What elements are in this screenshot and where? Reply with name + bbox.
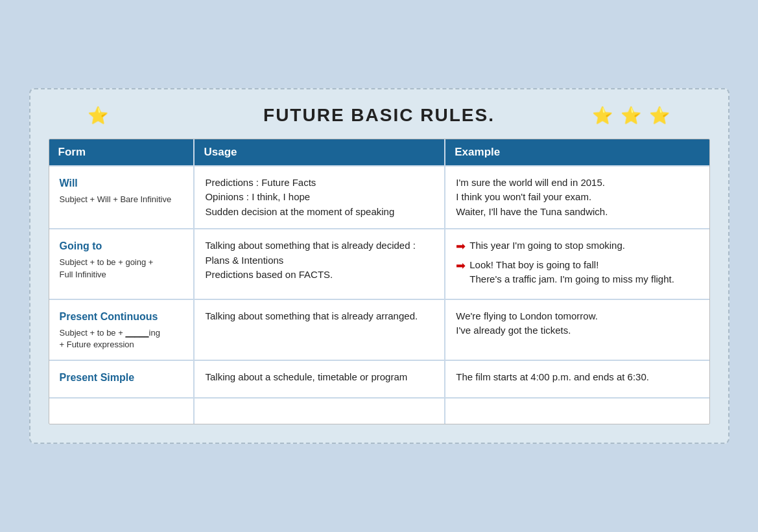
col-usage-header: Usage	[194, 139, 445, 166]
usage-cell-will: Predictions : Future FactsOpinions : I t…	[194, 166, 445, 229]
table-wrapper: Form Usage Example Will Subject + Will +…	[49, 139, 710, 424]
empty-cell-1	[49, 398, 195, 424]
bullet-arrow-icon-1: ➡	[456, 238, 466, 255]
usage-text-going-to: Talking about something that is already …	[205, 240, 415, 280]
title-row: ⭐ FUTURE BASIC RULES. ⭐ ⭐ ⭐	[49, 105, 710, 126]
form-cell-going-to: Going to Subject + to be + going +Full I…	[49, 229, 195, 299]
example-cell-will: I'm sure the world will end in 2015.I th…	[445, 166, 709, 229]
rules-table: Form Usage Example Will Subject + Will +…	[49, 139, 709, 424]
form-title-going-to: Going to	[60, 238, 184, 254]
stars-right: ⭐ ⭐ ⭐	[592, 105, 671, 126]
example-cell-present-simple: The film starts at 4:00 p.m. and ends at…	[445, 360, 709, 398]
star-right-2: ⭐	[621, 106, 643, 125]
form-title-present-continuous: Present Continuous	[60, 309, 184, 325]
form-title-present-simple: Present Simple	[60, 370, 184, 386]
table-header-row: Form Usage Example	[49, 139, 709, 166]
example-bullet-1: ➡ This year I'm going to stop smoking.	[456, 238, 698, 255]
stars-left: ⭐	[88, 105, 110, 126]
star-left-1: ⭐	[88, 106, 110, 125]
example-text-present-simple: The film starts at 4:00 p.m. and ends at…	[456, 371, 649, 382]
table-row: Will Subject + Will + Bare Infinitive Pr…	[49, 166, 709, 229]
example-cell-going-to: ➡ This year I'm going to stop smoking. ➡…	[445, 229, 709, 299]
example-bullet-2: ➡ Look! That boy is going to fall!There'…	[456, 258, 698, 287]
form-cell-present-continuous: Present Continuous Subject + to be + ___…	[49, 299, 195, 360]
bullet-text-1: This year I'm going to stop smoking.	[469, 238, 625, 253]
underline-blank: _____	[125, 328, 148, 338]
table-row: Present Continuous Subject + to be + ___…	[49, 299, 709, 360]
form-sub-going-to: Subject + to be + going +Full Infinitive	[60, 257, 184, 280]
empty-cell-3	[445, 398, 709, 424]
usage-text-will: Predictions : Future FactsOpinions : I t…	[205, 177, 394, 217]
empty-cell-2	[194, 398, 445, 424]
form-sub-present-continuous: Subject + to be + _____ing+ Future expre…	[60, 327, 184, 351]
star-right-3: ⭐	[649, 106, 671, 125]
form-cell-will: Will Subject + Will + Bare Infinitive	[49, 166, 195, 229]
table-row: Present Simple Talking about a schedule,…	[49, 360, 709, 398]
form-title-will: Will	[60, 176, 184, 191]
table-row: Going to Subject + to be + going +Full I…	[49, 229, 709, 299]
example-cell-present-continuous: We're flying to London tomorrow.I've alr…	[445, 299, 709, 360]
example-text-will: I'm sure the world will end in 2015.I th…	[456, 177, 608, 217]
usage-cell-present-simple: Talking about a schedule, timetable or p…	[194, 360, 445, 398]
col-form-header: Form	[49, 139, 195, 166]
usage-cell-present-continuous: Talking about something that is already …	[194, 299, 445, 360]
usage-text-present-simple: Talking about a schedule, timetable or p…	[205, 371, 407, 382]
usage-cell-going-to: Talking about something that is already …	[194, 229, 445, 299]
usage-text-present-continuous: Talking about something that is already …	[205, 310, 418, 321]
table-container: Form Usage Example Will Subject + Will +…	[49, 139, 710, 424]
star-right-1: ⭐	[592, 106, 614, 125]
page-title: FUTURE BASIC RULES.	[263, 105, 495, 125]
form-sub-will: Subject + Will + Bare Infinitive	[60, 194, 184, 205]
col-example-header: Example	[445, 139, 709, 166]
bullet-arrow-icon-2: ➡	[456, 258, 466, 274]
table-row-empty	[49, 398, 709, 424]
example-text-present-continuous: We're flying to London tomorrow.I've alr…	[456, 310, 598, 336]
form-cell-present-simple: Present Simple	[49, 360, 195, 398]
bullet-text-2: Look! That boy is going to fall!There's …	[469, 258, 674, 287]
outer-card: ⭐ FUTURE BASIC RULES. ⭐ ⭐ ⭐ Form Usage E…	[29, 88, 729, 444]
